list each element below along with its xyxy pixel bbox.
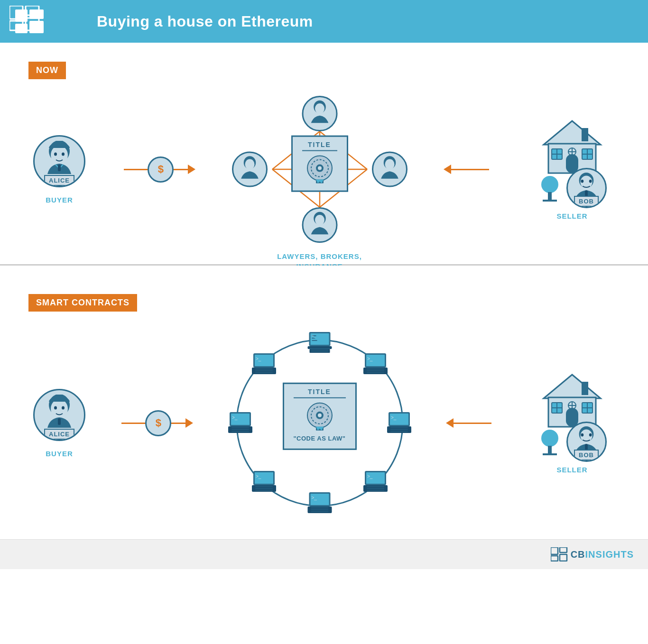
arrow-head-left-smart [446, 418, 454, 428]
arrow-head-right-smart [185, 418, 193, 428]
broker-top-icon [306, 99, 333, 129]
dollar-circle: $ [148, 156, 174, 183]
svg-rect-94 [367, 370, 384, 371]
house-smart [541, 372, 603, 431]
arrow-line-smart [454, 423, 491, 424]
svg-point-58 [589, 179, 592, 183]
svg-point-150 [581, 433, 583, 436]
house-smart-svg [541, 372, 603, 429]
svg-point-13 [51, 146, 68, 165]
broker-bottom-icon [306, 211, 333, 240]
svg-point-63 [62, 406, 65, 410]
footer: CBINSIGHTS [0, 539, 648, 569]
title-label-smart: TITLE [293, 388, 345, 398]
svg-rect-152 [551, 547, 558, 554]
bottom-broker-person [302, 207, 337, 243]
laptop-top: >_ [306, 331, 333, 355]
section-smart: SMART CONTRACTS ALICE BUYER [0, 266, 648, 539]
alice-name-tag: ALICE [44, 175, 74, 186]
laptop-right-icon: >_ [386, 411, 412, 433]
svg-rect-14 [58, 165, 61, 171]
tree-smart-icon [538, 429, 562, 457]
arrow-line-1 [124, 169, 148, 170]
svg-rect-115 [255, 488, 273, 489]
svg-rect-114 [255, 486, 273, 487]
svg-rect-145 [548, 446, 552, 454]
arrow-line-2 [174, 169, 188, 170]
svg-text:>_: >_ [311, 495, 317, 500]
now-badge: NOW [28, 62, 66, 79]
laptop-bottomleft-icon: >_ [251, 469, 277, 492]
svg-point-68 [317, 414, 321, 417]
svg-rect-93 [367, 368, 384, 369]
svg-rect-102 [231, 431, 249, 432]
svg-text:>_: >_ [256, 356, 261, 361]
medallion-smart-icon [305, 400, 333, 431]
alice-name-tag-smart: ALICE [44, 429, 74, 440]
svg-rect-132 [582, 382, 588, 395]
svg-rect-81 [311, 351, 328, 352]
footer-logo: CBINSIGHTS [551, 547, 634, 561]
svg-text:>_: >_ [367, 356, 373, 361]
svg-point-57 [581, 179, 583, 183]
medallion-icon [305, 153, 334, 184]
alice-buyer-label: BUYER [46, 196, 73, 204]
footer-insights-text: INSIGHTS [585, 549, 634, 560]
svg-rect-153 [551, 556, 558, 561]
svg-rect-8 [9, 6, 23, 19]
svg-point-144 [541, 430, 558, 447]
arrow-dollar-smart: $ [121, 410, 193, 436]
left-broker-person [232, 152, 268, 187]
laptop-bottom-icon: >_ [306, 491, 333, 514]
arrow-line-3 [451, 169, 489, 170]
alice-avatar: ALICE [33, 135, 85, 187]
tree-icon [538, 175, 562, 203]
svg-rect-53 [543, 200, 557, 202]
top-broker-person [302, 96, 337, 131]
svg-rect-129 [311, 509, 328, 510]
page-title: Buying a house on Ethereum [97, 13, 313, 30]
dollar-circle-smart: $ [145, 410, 171, 436]
arrow-to-seller [444, 165, 491, 174]
svg-text:>_: >_ [232, 415, 238, 420]
svg-point-31 [315, 103, 324, 114]
seller-group: BOB SELLER [525, 119, 620, 220]
svg-rect-87 [255, 370, 273, 371]
laptop-bottom-right: >_ [362, 469, 389, 494]
title-label: TITLE [302, 141, 337, 151]
svg-rect-122 [367, 488, 384, 489]
svg-rect-154 [560, 547, 567, 552]
laptop-top-icon: >_ [306, 331, 333, 353]
header: Buying a house on Ethereum [0, 0, 648, 43]
svg-rect-100 [231, 427, 249, 428]
broker-left-icon [237, 155, 263, 184]
svg-point-151 [589, 433, 592, 436]
section-now: NOW [0, 43, 648, 266]
laptop-left: >_ [227, 411, 253, 435]
svg-rect-95 [367, 372, 384, 373]
laptop-bottomright-icon: >_ [362, 469, 389, 492]
alice-actor: ALICE BUYER [28, 135, 90, 204]
right-broker-person [372, 152, 407, 187]
svg-rect-39 [582, 128, 588, 141]
svg-point-62 [54, 406, 57, 410]
svg-point-51 [541, 176, 558, 193]
bob-seller-label: SELLER [556, 212, 587, 220]
seller-group-smart: BOB SELLER [525, 372, 620, 474]
svg-rect-108 [390, 429, 408, 430]
svg-rect-11 [26, 18, 39, 30]
bob-avatar: BOB [566, 168, 607, 208]
svg-rect-101 [231, 429, 249, 430]
laptop-topright-icon: >_ [362, 352, 389, 375]
svg-rect-10 [26, 6, 39, 15]
svg-point-16 [62, 153, 65, 156]
arrow-to-seller-smart [446, 418, 493, 428]
smart-contracts-badge: SMART CONTRACTS [28, 294, 137, 312]
title-doc-smart: TITLE "CODE AS LAW" [282, 383, 356, 450]
house-icon [541, 119, 603, 177]
footer-cb-text: CB [571, 549, 585, 560]
alice-actor-smart: ALICE BUYER [28, 389, 90, 458]
svg-point-37 [315, 215, 324, 225]
svg-rect-116 [255, 490, 273, 491]
house-svg [541, 119, 603, 175]
